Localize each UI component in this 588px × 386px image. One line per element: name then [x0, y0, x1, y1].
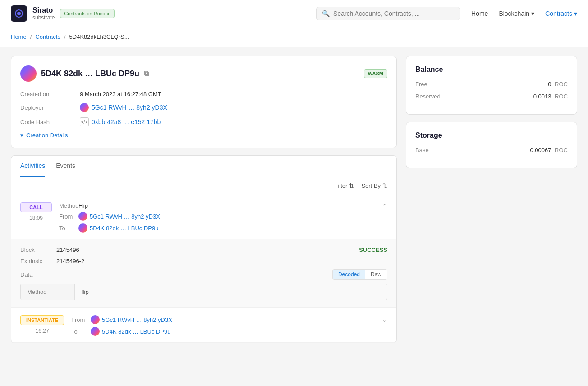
header-left: Sirato substrate Contracts on Rococo	[11, 5, 115, 22]
contract-meta: Created on 9 March 2023 at 16:27:48 GMT …	[20, 91, 387, 126]
code-icon: </>	[80, 117, 89, 126]
block-label: Block	[20, 246, 56, 253]
instantiate-to-avatar	[91, 327, 100, 336]
call-from-link[interactable]: 5Gc1 RWvH … 8yh2 yD3X	[78, 212, 160, 221]
breadcrumb-home[interactable]: Home	[11, 33, 27, 40]
activity-call-time-badge: CALL 18:09	[20, 202, 52, 221]
activity-call-main: CALL 18:09 Method Flip From	[20, 202, 160, 235]
instantiate-badge-time: INSTANTIATE 16:27	[20, 315, 64, 334]
nav-contracts-label: Contracts	[545, 10, 572, 17]
base-label: Base	[415, 147, 429, 153]
instantiate-to-address: 5D4K 82dk … LBUc DP9u	[102, 328, 170, 335]
chevron-down-icon: ▾	[531, 10, 534, 17]
free-unit: ROC	[555, 81, 568, 88]
search-icon: 🔍	[322, 10, 330, 17]
left-panel: 5D4K 82dk … LBUc DP9u ⧉ WASM Created on …	[11, 56, 397, 377]
call-to-address: 5D4K 82dk … LBUc DP9u	[90, 225, 158, 232]
raw-button[interactable]: Raw	[365, 270, 387, 279]
call-method-label: Method	[59, 202, 75, 209]
sub-header: Home / Contracts / 5D4K82dkLh3CLQrS...	[0, 27, 588, 47]
call-to-row: To 5D4K 82dk … LBUc DP9u	[59, 223, 160, 233]
right-panel: Balance Free 0 ROC Reserved 0.0013 ROC S…	[406, 56, 577, 377]
call-details: Method Flip From 5Gc1 RWvH … 8yh2 yD3X	[59, 202, 160, 235]
sort-by-icon: ⇅	[382, 182, 387, 189]
call-from-address: 5Gc1 RWvH … 8yh2 yD3X	[90, 213, 160, 220]
instantiate-time: 16:27	[20, 328, 64, 334]
filter-button[interactable]: Filter ⇅	[334, 182, 354, 189]
contract-id: 5D4K 82dk … LBUc DP9u ⧉	[20, 65, 149, 82]
search-bar[interactable]: 🔍	[316, 7, 460, 20]
filter-icon: ⇅	[349, 182, 354, 189]
data-table: Method flip	[20, 284, 387, 300]
call-to-link[interactable]: 5D4K 82dk … LBUc DP9u	[78, 223, 158, 233]
instantiate-to-row: To 5D4K 82dk … LBUc DP9u	[71, 327, 172, 336]
reserved-value: 0.0013 ROC	[533, 93, 568, 100]
nav-home[interactable]: Home	[471, 10, 488, 17]
code-hash-value: 0xbb 42a8 … e152 17bb	[92, 118, 161, 126]
reserved-unit: ROC	[555, 93, 568, 100]
contract-header: 5D4K 82dk … LBUc DP9u ⧉ WASM	[20, 65, 387, 82]
extrinsic-label: Extrinsic	[20, 258, 56, 265]
instantiate-to-link[interactable]: 5D4K 82dk … LBUc DP9u	[91, 327, 170, 336]
decoded-raw-toggle: Decoded Raw	[332, 269, 387, 280]
header-right: 🔍 Home Blockchain ▾ Contracts ▾	[316, 7, 577, 20]
decoded-button[interactable]: Decoded	[333, 270, 365, 279]
call-from-label: From	[59, 213, 75, 220]
svg-point-1	[17, 12, 21, 15]
instantiate-from-avatar	[91, 315, 100, 324]
call-from-row: From 5Gc1 RWvH … 8yh2 yD3X	[59, 212, 160, 221]
creation-details-label: Creation Details	[26, 132, 68, 139]
avatar	[20, 65, 37, 82]
code-hash-link[interactable]: </> 0xbb 42a8 … e152 17bb	[80, 117, 387, 126]
data-method-row: Method flip	[21, 284, 387, 300]
instantiate-header: INSTANTIATE 16:27 From 5Gc1 RWvH … 8yh2 …	[11, 308, 396, 342]
instantiate-from-row: From 5Gc1 RWvH … 8yh2 yD3X	[71, 315, 172, 324]
activity-call-header: CALL 18:09 Method Flip From	[11, 195, 396, 239]
breadcrumb-sep-1: /	[30, 33, 32, 40]
data-method-key: Method	[21, 284, 75, 300]
balance-title: Balance	[415, 65, 568, 74]
tab-activities[interactable]: Activities	[20, 156, 45, 177]
deployer-avatar	[80, 103, 89, 112]
tab-events[interactable]: Events	[56, 156, 75, 177]
nav-contracts[interactable]: Contracts ▾	[545, 10, 577, 17]
sort-by-button[interactable]: Sort By ⇅	[361, 182, 387, 189]
brand-name: Sirato	[32, 6, 55, 14]
base-row: Base 0.00067 ROC	[415, 147, 568, 153]
call-extended: Block 2145496 SUCCESS Extrinsic 2145496-…	[11, 239, 396, 307]
nav-blockchain[interactable]: Blockchain ▾	[499, 10, 534, 17]
instantiate-badge: INSTANTIATE	[20, 315, 64, 325]
storage-card: Storage Base 0.00067 ROC	[406, 122, 577, 168]
data-method-value: flip	[75, 284, 387, 300]
chevron-down-icon-contracts: ▾	[574, 10, 577, 17]
data-header: Data Decoded Raw	[20, 269, 387, 280]
created-on-label: Created on	[20, 91, 74, 98]
data-section: Data Decoded Raw Method flip	[20, 269, 387, 300]
instantiate-to-label: To	[71, 328, 87, 335]
instantiate-from-link[interactable]: 5Gc1 RWvH … 8yh2 yD3X	[91, 315, 172, 324]
balance-card: Balance Free 0 ROC Reserved 0.0013 ROC	[406, 56, 577, 115]
data-label: Data	[20, 271, 32, 278]
reserved-label: Reserved	[415, 93, 441, 100]
call-badge: CALL	[20, 202, 52, 212]
search-input[interactable]	[333, 10, 455, 17]
code-hash-label: Code Hash	[20, 119, 74, 126]
call-time: 18:09	[20, 215, 52, 221]
storage-title: Storage	[415, 131, 568, 140]
breadcrumb-contracts[interactable]: Contracts	[35, 33, 60, 40]
network-badge: Contracts on Rococo	[60, 9, 115, 18]
breadcrumb: Home / Contracts / 5D4K82dkLh3CLQrS...	[11, 33, 129, 40]
reserved-row: Reserved 0.0013 ROC	[415, 93, 568, 100]
success-badge: SUCCESS	[359, 246, 387, 253]
creation-details[interactable]: ▾ Creation Details	[20, 132, 387, 139]
instantiate-collapse-icon[interactable]: ⌄	[381, 315, 387, 324]
instantiate-details: From 5Gc1 RWvH … 8yh2 yD3X To	[71, 315, 172, 339]
call-collapse-icon[interactable]: ⌃	[381, 202, 387, 211]
deployer-link[interactable]: 5Gc1 RWvH … 8yh2 yD3X	[80, 103, 387, 112]
header: Sirato substrate Contracts on Rococo 🔍 H…	[0, 0, 588, 27]
nav-links: Home Blockchain ▾ Contracts ▾	[471, 10, 577, 17]
free-label: Free	[415, 81, 427, 88]
copy-icon[interactable]: ⧉	[144, 70, 149, 78]
breadcrumb-sep-2: /	[64, 33, 66, 40]
call-from-avatar	[78, 212, 87, 221]
